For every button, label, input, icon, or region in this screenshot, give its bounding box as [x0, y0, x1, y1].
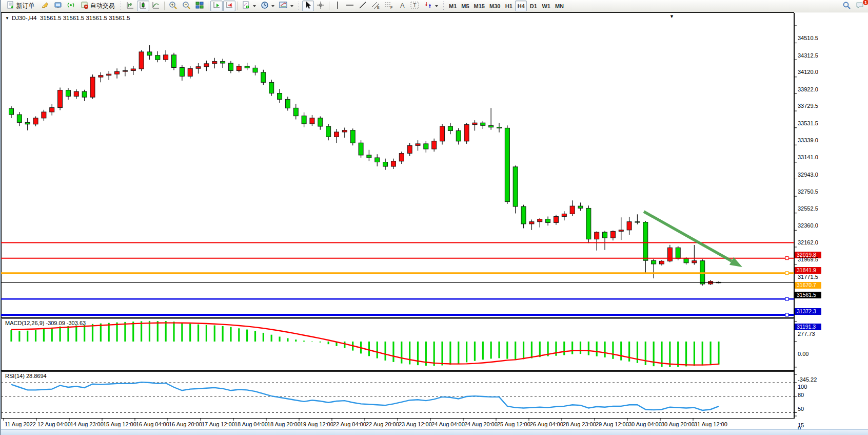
timeframe-h4[interactable]: H4	[515, 1, 527, 11]
fibonacci-icon: F	[385, 1, 393, 11]
timeframe-mn[interactable]: MN	[553, 1, 566, 11]
date-label: 19 Aug 12:00	[300, 421, 333, 427]
price-line-badge: 31372.3	[795, 308, 821, 315]
rsi-tick-label: 80	[798, 392, 804, 398]
price-tick-label: 34120.0	[798, 69, 818, 75]
line-chart-button[interactable]	[150, 1, 162, 11]
arrows-button[interactable]	[422, 1, 440, 11]
chat-button[interactable]: 1	[854, 1, 866, 11]
chart-canvas[interactable]	[1, 12, 868, 435]
auto-scroll-button[interactable]	[210, 1, 223, 11]
toolbar-grip	[443, 2, 444, 11]
candles-group	[9, 45, 721, 286]
new-order-button[interactable]: 新订单	[3, 1, 38, 11]
toolbar-separator	[164, 2, 165, 10]
auto-trading-label: 自动交易	[90, 2, 115, 10]
timeframe-label: M30	[489, 3, 500, 9]
chart-dropdown-arrow[interactable]: ▼	[669, 14, 674, 19]
periods-clock-icon	[261, 1, 269, 11]
line-handle[interactable]	[785, 257, 788, 260]
timeframe-m1[interactable]: M1	[447, 1, 459, 11]
timeframe-d1[interactable]: D1	[527, 1, 539, 11]
horizontal-line-button[interactable]	[344, 1, 356, 11]
price-tick-label: 33141.0	[798, 154, 818, 160]
templates-button[interactable]	[277, 1, 295, 11]
price-line-badge: 31841.9	[795, 267, 821, 274]
channel-button[interactable]: E	[369, 1, 382, 11]
macd-histogram-group	[11, 321, 719, 367]
timeframe-m30[interactable]: M30	[487, 1, 502, 11]
dropdown-caret	[253, 5, 256, 7]
macd-label: MACD(12,26,9) -309.09 -303.63	[5, 320, 86, 326]
vertical-line-button[interactable]	[331, 1, 343, 11]
timeframe-h1[interactable]: H1	[503, 1, 515, 11]
horizontal-line-icon	[346, 1, 354, 11]
trend-arrow-head[interactable]	[729, 257, 742, 267]
search-icon	[842, 1, 851, 11]
date-label: 11 Aug 2022	[5, 421, 36, 427]
timeframe-label: H4	[518, 3, 525, 9]
bar-chart-button[interactable]	[124, 1, 136, 11]
indicators-icon	[242, 1, 250, 11]
cursor-button[interactable]	[302, 1, 314, 11]
timeframe-label: MN	[555, 3, 564, 9]
fibonacci-button[interactable]: F	[383, 1, 396, 11]
cursor-icon	[305, 1, 312, 11]
zoom-out-button[interactable]	[180, 1, 193, 11]
macd-tick-label: 0.00	[798, 351, 808, 357]
channel-icon: E	[371, 1, 380, 11]
periods-button[interactable]	[259, 1, 277, 11]
terminal-button[interactable]	[52, 1, 64, 11]
tile-windows-button[interactable]	[193, 1, 206, 11]
timeframe-label: M1	[449, 3, 457, 9]
zoom-in-icon	[169, 1, 177, 11]
price-tick-label: 33729.5	[798, 103, 818, 109]
price-line-badge: 31561.5	[795, 292, 821, 298]
svg-text:T: T	[413, 2, 417, 8]
candlestick-chart-icon	[139, 1, 147, 11]
candlestick-chart-button[interactable]	[137, 1, 149, 11]
indicators-button[interactable]	[240, 1, 258, 11]
date-label: 22 Aug 20:00	[366, 421, 399, 427]
svg-text:A: A	[400, 2, 405, 9]
toolbar-separator	[329, 2, 329, 10]
terminal-icon	[54, 1, 62, 11]
status-strip	[1, 429, 868, 435]
price-tick-label: 31771.5	[798, 274, 818, 280]
trendline-button[interactable]	[357, 1, 369, 11]
zoom-in-button[interactable]	[167, 1, 180, 11]
horn-icon	[41, 1, 49, 11]
price-line-badge: 31670.7	[795, 282, 821, 289]
text-label-button[interactable]: T	[408, 1, 422, 11]
publish-button[interactable]	[39, 1, 51, 11]
svg-text:E: E	[377, 6, 380, 9]
trend-arrow-line[interactable]	[644, 212, 732, 261]
signal-button[interactable]	[65, 1, 77, 11]
date-label: 30 Aug 20:00	[661, 421, 695, 427]
auto-scroll-icon	[212, 1, 221, 11]
date-label: 18 Aug 20:00	[267, 421, 301, 427]
dropdown-caret	[290, 5, 293, 7]
timeframe-w1[interactable]: W1	[540, 1, 553, 11]
date-label: 30 Aug 04:00	[628, 421, 662, 427]
timeframe-m15[interactable]: M15	[472, 1, 487, 11]
crosshair-button[interactable]	[314, 1, 327, 11]
search-button[interactable]	[840, 1, 853, 11]
notification-badge: 1	[862, 0, 868, 6]
chart-area[interactable]: ▼DJ30-,H4 31561.5 31561.5 31561.5 31561.…	[1, 12, 868, 435]
line-handle[interactable]	[785, 272, 788, 275]
symbol-collapse-arrow[interactable]: ▼	[5, 16, 9, 21]
line-handle[interactable]	[785, 313, 788, 316]
price-tick-label: 33922.0	[798, 86, 818, 92]
chart-shift-button[interactable]	[223, 1, 235, 11]
auto-trading-icon	[81, 1, 89, 11]
macd-tick-label: -345.22	[798, 376, 817, 383]
text-button[interactable]: A	[396, 1, 408, 11]
price-line-badge: 31191.3	[795, 324, 821, 330]
dropdown-caret	[271, 5, 274, 7]
auto-trading-button[interactable]: 自动交易	[77, 1, 117, 11]
price-tick-label: 34510.5	[798, 35, 818, 41]
price-tick-label: 33531.5	[798, 120, 818, 126]
line-handle[interactable]	[785, 297, 788, 300]
timeframe-m5[interactable]: M5	[459, 1, 471, 11]
